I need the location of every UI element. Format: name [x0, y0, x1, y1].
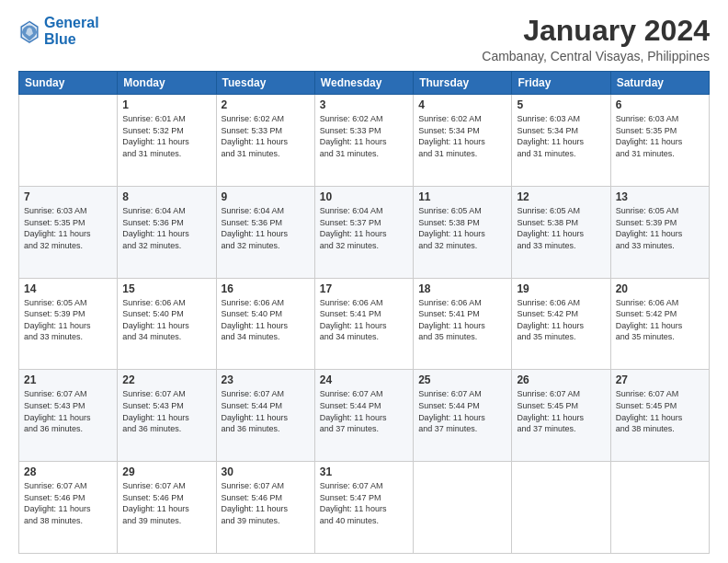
calendar-cell: 19Sunrise: 6:06 AM Sunset: 5:42 PM Dayli…	[512, 278, 610, 370]
day-info: Sunrise: 6:07 AM Sunset: 5:46 PM Dayligh…	[222, 480, 310, 526]
day-info: Sunrise: 6:05 AM Sunset: 5:39 PM Dayligh…	[24, 297, 112, 343]
day-number: 29	[122, 465, 210, 478]
calendar-cell: 16Sunrise: 6:06 AM Sunset: 5:40 PM Dayli…	[216, 278, 314, 370]
day-info: Sunrise: 6:04 AM Sunset: 5:36 PM Dayligh…	[222, 205, 310, 251]
day-info: Sunrise: 6:06 AM Sunset: 5:41 PM Dayligh…	[320, 297, 408, 343]
day-info: Sunrise: 6:05 AM Sunset: 5:38 PM Dayligh…	[517, 205, 605, 251]
title-block: January 2024 Cambanay, Central Visayas, …	[482, 15, 710, 63]
calendar-cell: 9Sunrise: 6:04 AM Sunset: 5:36 PM Daylig…	[216, 186, 314, 278]
day-info: Sunrise: 6:04 AM Sunset: 5:36 PM Dayligh…	[122, 205, 210, 251]
calendar-table: SundayMondayTuesdayWednesdayThursdayFrid…	[18, 71, 710, 554]
day-info: Sunrise: 6:01 AM Sunset: 5:32 PM Dayligh…	[122, 113, 210, 159]
calendar-cell: 8Sunrise: 6:04 AM Sunset: 5:36 PM Daylig…	[118, 186, 216, 278]
calendar-cell: 20Sunrise: 6:06 AM Sunset: 5:42 PM Dayli…	[610, 278, 709, 370]
calendar-cell: 13Sunrise: 6:05 AM Sunset: 5:39 PM Dayli…	[610, 186, 709, 278]
calendar-cell	[610, 462, 709, 554]
day-info: Sunrise: 6:02 AM Sunset: 5:33 PM Dayligh…	[222, 113, 310, 159]
day-number: 20	[616, 282, 704, 295]
calendar-cell: 15Sunrise: 6:06 AM Sunset: 5:40 PM Dayli…	[118, 278, 216, 370]
logo-text: General Blue	[44, 15, 99, 47]
day-info: Sunrise: 6:02 AM Sunset: 5:33 PM Dayligh…	[320, 113, 408, 159]
day-info: Sunrise: 6:06 AM Sunset: 5:42 PM Dayligh…	[517, 297, 605, 343]
day-info: Sunrise: 6:04 AM Sunset: 5:37 PM Dayligh…	[320, 205, 408, 251]
day-number: 8	[122, 190, 210, 203]
day-info: Sunrise: 6:07 AM Sunset: 5:43 PM Dayligh…	[122, 388, 210, 434]
day-number: 31	[320, 465, 408, 478]
calendar-cell: 27Sunrise: 6:07 AM Sunset: 5:45 PM Dayli…	[610, 370, 709, 462]
day-number: 23	[222, 373, 310, 386]
calendar-cell	[414, 462, 512, 554]
day-number: 18	[418, 282, 506, 295]
calendar-cell: 14Sunrise: 6:05 AM Sunset: 5:39 PM Dayli…	[19, 278, 118, 370]
day-number: 24	[320, 373, 408, 386]
day-number: 6	[616, 98, 704, 111]
calendar-cell: 25Sunrise: 6:07 AM Sunset: 5:44 PM Dayli…	[414, 370, 512, 462]
calendar-week-1: 1Sunrise: 6:01 AM Sunset: 5:32 PM Daylig…	[19, 95, 710, 187]
calendar-cell: 28Sunrise: 6:07 AM Sunset: 5:46 PM Dayli…	[19, 462, 118, 554]
calendar-cell: 24Sunrise: 6:07 AM Sunset: 5:44 PM Dayli…	[314, 370, 413, 462]
calendar-cell: 12Sunrise: 6:05 AM Sunset: 5:38 PM Dayli…	[512, 186, 610, 278]
day-number: 19	[517, 282, 605, 295]
day-info: Sunrise: 6:07 AM Sunset: 5:45 PM Dayligh…	[616, 388, 704, 434]
calendar-cell: 18Sunrise: 6:06 AM Sunset: 5:41 PM Dayli…	[414, 278, 512, 370]
calendar-cell: 22Sunrise: 6:07 AM Sunset: 5:43 PM Dayli…	[118, 370, 216, 462]
day-number: 12	[517, 190, 605, 203]
day-number: 30	[222, 465, 310, 478]
day-info: Sunrise: 6:07 AM Sunset: 5:45 PM Dayligh…	[517, 388, 605, 434]
day-info: Sunrise: 6:03 AM Sunset: 5:35 PM Dayligh…	[24, 205, 112, 251]
day-info: Sunrise: 6:05 AM Sunset: 5:39 PM Dayligh…	[616, 205, 704, 251]
day-number: 4	[418, 98, 506, 111]
calendar-header-friday: Friday	[512, 72, 610, 95]
calendar-week-2: 7Sunrise: 6:03 AM Sunset: 5:35 PM Daylig…	[19, 186, 710, 278]
calendar-header-sunday: Sunday	[19, 72, 118, 95]
day-number: 21	[24, 373, 112, 386]
header: General Blue January 2024 Cambanay, Cent…	[18, 15, 710, 63]
day-info: Sunrise: 6:06 AM Sunset: 5:41 PM Dayligh…	[418, 297, 506, 343]
location-title: Cambanay, Central Visayas, Philippines	[482, 49, 710, 63]
day-number: 13	[616, 190, 704, 203]
calendar-cell: 29Sunrise: 6:07 AM Sunset: 5:46 PM Dayli…	[118, 462, 216, 554]
calendar-cell: 1Sunrise: 6:01 AM Sunset: 5:32 PM Daylig…	[118, 95, 216, 187]
day-info: Sunrise: 6:03 AM Sunset: 5:34 PM Dayligh…	[517, 113, 605, 159]
calendar-cell: 26Sunrise: 6:07 AM Sunset: 5:45 PM Dayli…	[512, 370, 610, 462]
calendar-cell: 7Sunrise: 6:03 AM Sunset: 5:35 PM Daylig…	[19, 186, 118, 278]
day-info: Sunrise: 6:06 AM Sunset: 5:42 PM Dayligh…	[616, 297, 704, 343]
day-info: Sunrise: 6:07 AM Sunset: 5:46 PM Dayligh…	[24, 480, 112, 526]
calendar-cell: 2Sunrise: 6:02 AM Sunset: 5:33 PM Daylig…	[216, 95, 314, 187]
calendar-cell: 10Sunrise: 6:04 AM Sunset: 5:37 PM Dayli…	[314, 186, 413, 278]
calendar-week-3: 14Sunrise: 6:05 AM Sunset: 5:39 PM Dayli…	[19, 278, 710, 370]
calendar-cell: 4Sunrise: 6:02 AM Sunset: 5:34 PM Daylig…	[414, 95, 512, 187]
day-number: 26	[517, 373, 605, 386]
calendar-header-row: SundayMondayTuesdayWednesdayThursdayFrid…	[19, 72, 710, 95]
day-info: Sunrise: 6:07 AM Sunset: 5:44 PM Dayligh…	[320, 388, 408, 434]
logo: General Blue	[18, 15, 99, 47]
calendar-cell: 23Sunrise: 6:07 AM Sunset: 5:44 PM Dayli…	[216, 370, 314, 462]
day-info: Sunrise: 6:07 AM Sunset: 5:44 PM Dayligh…	[418, 388, 506, 434]
calendar-cell: 11Sunrise: 6:05 AM Sunset: 5:38 PM Dayli…	[414, 186, 512, 278]
day-number: 25	[418, 373, 506, 386]
day-number: 14	[24, 282, 112, 295]
calendar-cell: 30Sunrise: 6:07 AM Sunset: 5:46 PM Dayli…	[216, 462, 314, 554]
calendar-header-thursday: Thursday	[414, 72, 512, 95]
calendar-cell: 3Sunrise: 6:02 AM Sunset: 5:33 PM Daylig…	[314, 95, 413, 187]
calendar-cell	[19, 95, 118, 187]
day-info: Sunrise: 6:07 AM Sunset: 5:47 PM Dayligh…	[320, 480, 408, 526]
day-info: Sunrise: 6:06 AM Sunset: 5:40 PM Dayligh…	[222, 297, 310, 343]
day-number: 11	[418, 190, 506, 203]
calendar-cell	[512, 462, 610, 554]
calendar-header-monday: Monday	[118, 72, 216, 95]
calendar-cell: 21Sunrise: 6:07 AM Sunset: 5:43 PM Dayli…	[19, 370, 118, 462]
day-number: 3	[320, 98, 408, 111]
day-number: 5	[517, 98, 605, 111]
calendar-header-wednesday: Wednesday	[314, 72, 413, 95]
calendar-cell: 5Sunrise: 6:03 AM Sunset: 5:34 PM Daylig…	[512, 95, 610, 187]
day-info: Sunrise: 6:07 AM Sunset: 5:43 PM Dayligh…	[24, 388, 112, 434]
day-number: 28	[24, 465, 112, 478]
day-number: 9	[222, 190, 310, 203]
day-number: 1	[122, 98, 210, 111]
page: General Blue January 2024 Cambanay, Cent…	[0, 0, 728, 563]
day-info: Sunrise: 6:05 AM Sunset: 5:38 PM Dayligh…	[418, 205, 506, 251]
day-info: Sunrise: 6:03 AM Sunset: 5:35 PM Dayligh…	[616, 113, 704, 159]
day-number: 17	[320, 282, 408, 295]
calendar-week-4: 21Sunrise: 6:07 AM Sunset: 5:43 PM Dayli…	[19, 370, 710, 462]
